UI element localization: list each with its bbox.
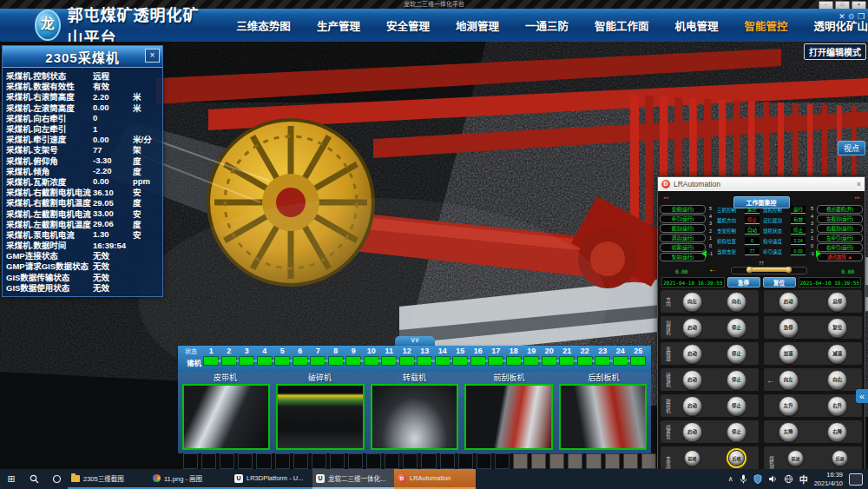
taskbar-item[interactable]: DLRAutomation bbox=[394, 469, 476, 489]
status-pill-button[interactable]: 变频(运行) bbox=[660, 205, 706, 214]
control-button[interactable]: 停止 bbox=[727, 370, 746, 390]
control-button[interactable]: 向左 bbox=[779, 370, 799, 390]
control-row: 加速减速 bbox=[763, 341, 863, 366]
control-group-label: 转载机 bbox=[661, 373, 670, 387]
tool-gear-icon[interactable]: ⚙ bbox=[848, 11, 855, 22]
control-button[interactable]: 前喷 bbox=[684, 450, 700, 466]
control-button[interactable]: 前进 bbox=[787, 450, 804, 466]
status-pill-button[interactable]: 调高(运行) bbox=[660, 234, 706, 242]
control-button[interactable]: 向右 bbox=[727, 292, 746, 312]
slider-track[interactable] bbox=[731, 267, 807, 274]
control-button[interactable]: 启动 bbox=[682, 370, 702, 390]
camera-thumbnail[interactable] bbox=[464, 384, 552, 450]
tool-wrench-icon[interactable]: ✕ bbox=[838, 11, 845, 22]
control-row: 喷雾泵启动停止 bbox=[660, 420, 760, 444]
ime-indicator[interactable]: 中 bbox=[799, 472, 808, 486]
control-button[interactable]: 启动 bbox=[682, 422, 702, 442]
timestamp-right: 2021-04-10 16:39:55 bbox=[799, 277, 862, 287]
nav-item[interactable]: 地测管理 bbox=[456, 17, 499, 34]
status-pill-button[interactable]: 右截割(运行) bbox=[817, 224, 863, 233]
workface-control-tab[interactable]: 工作面集控 bbox=[733, 196, 790, 208]
support-status-indicator bbox=[470, 356, 486, 366]
viewpoint-button[interactable]: 视点 bbox=[838, 141, 865, 155]
control-button[interactable]: 启动 bbox=[779, 292, 799, 312]
status-pill-button[interactable]: 右牵引(运行) bbox=[817, 243, 863, 252]
estop-button[interactable]: 急停 bbox=[727, 277, 760, 287]
support-status-indicator bbox=[542, 356, 557, 366]
control-button[interactable]: 急停 bbox=[779, 318, 799, 338]
camera-thumbnail[interactable] bbox=[182, 384, 270, 450]
start-button[interactable]: ⊞ bbox=[0, 469, 23, 489]
search-icon[interactable] bbox=[23, 469, 45, 489]
notification-center-icon[interactable] bbox=[849, 473, 863, 486]
scale-tick: 0 bbox=[709, 242, 712, 250]
taskbar-item[interactable]: 2305三维截图 bbox=[68, 469, 149, 489]
scale-tick: 3 bbox=[811, 220, 813, 228]
control-button[interactable]: 右升 bbox=[827, 396, 847, 416]
reset-button[interactable]: 复位 bbox=[763, 277, 796, 287]
position-slider[interactable]: 0.00 ← 77 0.00 bbox=[663, 262, 859, 275]
control-button[interactable]: 启动 bbox=[682, 318, 702, 338]
taskbar-item[interactable]: ULR3DPlatform - U... bbox=[231, 469, 312, 489]
status-pill-button[interactable]: 视点跟机(开) bbox=[817, 205, 863, 214]
control-button[interactable]: 停止 bbox=[727, 344, 746, 364]
close-icon[interactable]: × bbox=[145, 49, 160, 63]
taskbar-item[interactable]: U龙软二三维一体化... bbox=[312, 469, 394, 489]
security-shield-icon[interactable] bbox=[753, 474, 762, 484]
control-button[interactable]: 启动 bbox=[682, 344, 702, 364]
taskbar-item[interactable]: 11.png - 画图 bbox=[149, 469, 231, 489]
control-button[interactable]: 左降 bbox=[779, 422, 799, 442]
control-button[interactable]: 后喷 bbox=[728, 450, 745, 466]
close-icon[interactable]: × bbox=[857, 180, 861, 188]
nav-item[interactable]: 安全管理 bbox=[386, 17, 430, 34]
control-button[interactable]: 右降 bbox=[827, 422, 847, 442]
tool-screen-icon[interactable]: ❒ bbox=[858, 11, 865, 22]
status-pill-button[interactable]: 喷雾(运行) bbox=[660, 243, 706, 252]
nav-item[interactable]: 机电管理 bbox=[674, 17, 718, 34]
nav-item[interactable]: 三维态势图 bbox=[236, 17, 291, 34]
network-globe-icon[interactable] bbox=[784, 474, 793, 484]
volume-icon[interactable] bbox=[768, 474, 778, 484]
control-button[interactable]: 启动 bbox=[682, 396, 702, 416]
status-pill-button[interactable]: 左牵引(运行) bbox=[817, 234, 863, 242]
control-button[interactable]: 向右 bbox=[827, 370, 847, 390]
cortana-icon[interactable] bbox=[45, 469, 68, 489]
data-value: 0 bbox=[93, 113, 133, 122]
control-button[interactable]: 后退 bbox=[832, 450, 848, 466]
lrautomation-titlebar[interactable]: D LRAutomation × bbox=[658, 177, 865, 192]
control-button[interactable]: 减速 bbox=[827, 344, 847, 364]
support-status-bar: 状态 诸机 1234567891011121314151617181920212… bbox=[178, 346, 651, 372]
tray-chevron-icon[interactable]: ∧ bbox=[728, 475, 733, 483]
scale-tick: 5 bbox=[709, 205, 712, 213]
nav-item[interactable]: 生产管理 bbox=[317, 17, 360, 34]
microphone-icon[interactable] bbox=[740, 474, 747, 484]
nav-item[interactable]: 一通三防 bbox=[525, 17, 569, 34]
nav-item[interactable]: 智能工作面 bbox=[595, 17, 649, 34]
control-button[interactable]: 向左 bbox=[682, 292, 702, 312]
slider-handle[interactable] bbox=[750, 268, 788, 272]
control-button[interactable]: 总停 bbox=[827, 292, 847, 312]
status-pill-button[interactable]: 左截割(运行) bbox=[817, 215, 863, 223]
camera-thumbnail[interactable] bbox=[371, 384, 458, 450]
camera-thumbnail[interactable] bbox=[276, 384, 364, 450]
nav-item[interactable]: 智能管控 bbox=[744, 17, 787, 34]
status-pill-button[interactable]: 泵站(运行) bbox=[660, 253, 706, 261]
control-button[interactable]: 停止 bbox=[727, 396, 746, 416]
alarm-pill-button[interactable]: 通讯故障 ▲ bbox=[817, 253, 863, 261]
support-status-cell: 22 bbox=[576, 347, 595, 366]
status-pill-button[interactable]: 截割(运行) bbox=[660, 224, 706, 233]
open-edit-mode-button[interactable]: 打开编辑模式 bbox=[804, 43, 866, 60]
data-label: GIS数据使用状态 bbox=[6, 281, 93, 294]
control-button[interactable]: 加速 bbox=[779, 344, 799, 364]
control-button[interactable]: 停止 bbox=[727, 318, 746, 338]
collapse-panel-button[interactable]: « bbox=[856, 389, 868, 403]
timestamp-left: 2021-04-10 16:39:55 bbox=[661, 277, 725, 287]
control-button[interactable]: 左升 bbox=[779, 396, 799, 416]
control-button[interactable]: 复位 bbox=[827, 318, 847, 338]
camera-thumbnail[interactable] bbox=[559, 384, 647, 450]
status-pill-button[interactable]: 牵引(运行) bbox=[660, 215, 706, 223]
tray-clock[interactable]: 16:39 2021/4/10 bbox=[814, 471, 843, 488]
control-button[interactable]: 停止 bbox=[727, 422, 746, 442]
slider-left-value: 0.00 bbox=[675, 268, 687, 274]
support-status-cell: 25 bbox=[629, 347, 648, 366]
